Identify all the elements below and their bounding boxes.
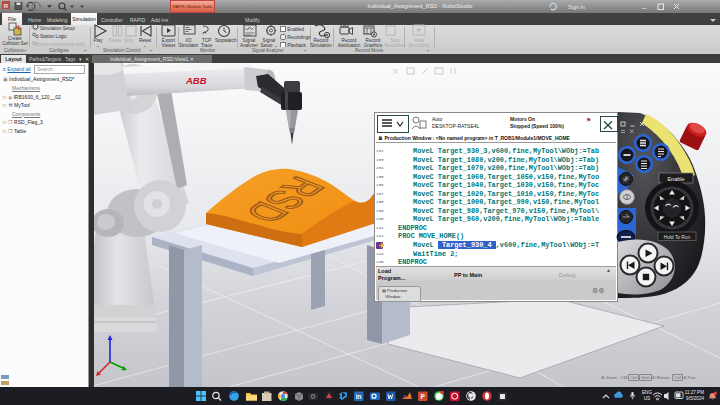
svg-text:R: R <box>4 3 9 9</box>
svg-text:P: P <box>421 393 426 400</box>
svg-text:Hold To Run: Hold To Run <box>664 235 691 240</box>
svg-text:Sign in: Sign in <box>568 4 585 10</box>
svg-text:Enable: Enable <box>667 176 684 182</box>
svg-text:in: in <box>356 393 362 400</box>
svg-text:–: – <box>642 3 647 12</box>
svg-text:ABB: ABB <box>185 75 207 86</box>
